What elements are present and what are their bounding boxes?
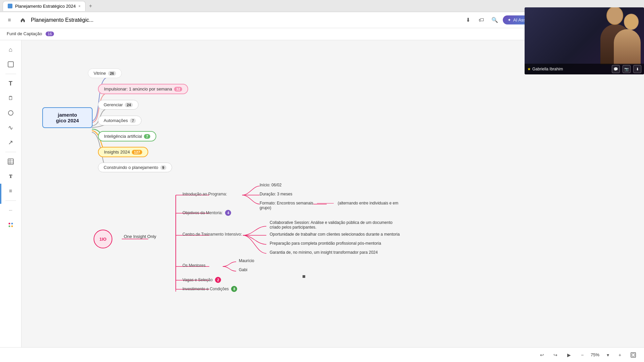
breadcrumb-text: Planejamento Estratégic...	[31, 17, 94, 23]
svg-rect-19	[631, 353, 636, 357]
central-node-text: jamentogico 2024	[56, 112, 79, 123]
detail-oportunidade: Oportunidade de trabalhar com clientes s…	[270, 232, 400, 237]
node-ia[interactable]: Inteligência artificial 7	[98, 131, 156, 141]
node-vitrine[interactable]: Vitrine 26	[88, 68, 122, 78]
left-sidebar: ⌂ T 🗒 ∿ ↗ 𝐓 ≡ ···	[0, 40, 21, 347]
introducao-label: Introdução ao Programa:	[182, 192, 227, 196]
tab-close-btn[interactable]: ×	[78, 4, 80, 8]
collaborative-text: Collaborative Session: Análise e validaç…	[270, 220, 392, 230]
svg-point-8	[8, 226, 10, 227]
sidebar-icon-text[interactable]: T	[4, 77, 17, 90]
svg-rect-20	[632, 354, 635, 356]
person2-silhouette	[614, 29, 641, 64]
node-impulsionar-label: Impulsionar: 1 anúncio por semana	[104, 86, 172, 92]
zoom-in-btn[interactable]: +	[614, 350, 625, 360]
sidebar-divider-1	[5, 74, 16, 74]
detail-collaborative: Collaborative Session: Análise e validaç…	[270, 220, 404, 230]
sidebar-icon-arrow[interactable]: ↗	[4, 136, 17, 149]
node-1io[interactable]: 1IO	[94, 230, 112, 248]
person2-head	[624, 14, 639, 30]
node-insights[interactable]: Insights 2024 127	[98, 147, 148, 157]
svg-rect-0	[8, 62, 13, 67]
branch-vagas[interactable]: Vagas e Seleção 2	[182, 277, 221, 283]
undo-btn[interactable]: ↩	[537, 350, 547, 360]
preparacao-text: Preparação para completa prontidão profi…	[270, 241, 381, 246]
sidebar-icon-home[interactable]: ⌂	[4, 43, 17, 56]
node-automacoes-label: Automações	[104, 118, 128, 123]
branch-investimento[interactable]: Investimento e Condições 8	[182, 286, 237, 292]
detail-inicio: Início: 06/02	[260, 183, 281, 187]
node-vitrine-label: Vitrine	[94, 71, 106, 76]
branch-objetivos[interactable]: Objetivos da Mentoria: 4	[182, 210, 231, 216]
sidebar-icon-text2[interactable]: 𝐓	[4, 170, 17, 183]
video-chat-btn[interactable]: 💬	[612, 65, 620, 73]
vagas-label: Vagas e Seleção	[182, 278, 213, 282]
node-construindo-label: Construindo o planejamento	[104, 165, 158, 170]
node-gerenciar[interactable]: Gerenciar 24	[98, 100, 139, 110]
video-controls: 💬 📷 ⬇	[612, 65, 641, 73]
new-tab-btn[interactable]: +	[87, 3, 94, 9]
node-1io-label: 1IO	[100, 237, 107, 242]
sidebar-icon-pen[interactable]: ∿	[4, 121, 17, 134]
node-insights-badge: 127	[132, 150, 142, 155]
menu-btn[interactable]: ≡	[4, 15, 15, 25]
speaker-name: ★ Gabriella Ibrahim	[527, 67, 563, 71]
inicio-text: Início: 06/02	[260, 183, 281, 187]
investimento-label: Investimento e Condições	[182, 287, 229, 291]
sidebar-icon-sticky[interactable]: 🗒	[4, 92, 17, 105]
sidebar-icon-apps[interactable]	[4, 218, 17, 232]
node-construindo-badge: 9	[160, 165, 166, 170]
cursor-tool-btn[interactable]: ▶	[564, 350, 574, 360]
sidebar-icon-more[interactable]: ···	[4, 203, 17, 217]
tab-bar: Planejamento Estratégico 2024 × +	[3, 1, 94, 11]
video-name-bar: ★ Gabriella Ibrahim 💬 📷 ⬇	[525, 64, 644, 74]
branch-introducao[interactable]: Introdução ao Programa:	[182, 192, 227, 196]
svg-point-9	[11, 226, 13, 227]
zoom-control: − 75% ▾ +	[577, 350, 625, 360]
fit-view-btn[interactable]	[628, 350, 639, 360]
investimento-badge: 8	[231, 286, 237, 292]
home-btn[interactable]	[17, 15, 28, 25]
left-accent	[0, 184, 1, 204]
speaker-name-text: Gabriella Ibrahim	[532, 67, 563, 71]
ai-icon: ✦	[507, 17, 511, 22]
second-bar-tab[interactable]: Funil de Captação 16	[3, 30, 58, 38]
zoom-dropdown-btn[interactable]: ▾	[602, 350, 613, 360]
sidebar-icon-table[interactable]	[4, 155, 17, 168]
zoom-out-btn[interactable]: −	[577, 350, 588, 360]
svg-rect-2	[8, 159, 13, 164]
video-download-btn[interactable]: ⬇	[633, 65, 641, 73]
node-construindo[interactable]: Construindo o planejamento 9	[98, 163, 172, 172]
node-automacoes[interactable]: Automações 7	[98, 116, 142, 125]
node-ia-badge: 7	[144, 134, 150, 139]
sidebar-icon-frame[interactable]	[4, 58, 17, 71]
node-impulsionar[interactable]: Impulsionar: 1 anúncio por semana 32	[98, 84, 188, 94]
branch-mentores[interactable]: Os Mentores	[182, 263, 206, 268]
node-automacoes-badge: 7	[130, 118, 136, 123]
person1-head	[606, 7, 623, 25]
garantia-text: Garantia de, no mínimo, um insight trans…	[270, 250, 378, 255]
canvas[interactable]: jamentogico 2024 Vitrine 26 Impulsionar:…	[21, 40, 644, 347]
tab-title: Planejamento Estratégico 2024	[15, 4, 76, 9]
formato-text: Formato: Encontros semanais	[260, 201, 313, 205]
funil-tab-label: Funil de Captação	[7, 31, 42, 36]
sidebar-icon-shape[interactable]	[4, 106, 17, 120]
branch-centro[interactable]: Centro de Treinamento Intensivo:	[182, 232, 242, 237]
video-overlay: ★ Gabriella Ibrahim 💬 📷 ⬇	[525, 7, 644, 74]
active-tab[interactable]: Planejamento Estratégico 2024 ×	[3, 1, 86, 11]
tag-btn[interactable]: 🏷	[476, 15, 487, 25]
vagas-badge: 2	[215, 277, 221, 283]
detail-duracao: Duração: 3 meses	[260, 192, 292, 196]
formato-line	[317, 203, 334, 203]
sidebar-icon-list[interactable]: ≡	[4, 184, 17, 198]
central-node[interactable]: jamentogico 2024	[42, 107, 93, 128]
download-btn[interactable]: ⬇	[463, 15, 473, 25]
sidebar-divider-3	[5, 200, 16, 201]
zoom-value: 75%	[589, 352, 601, 357]
one-insight-text: One Insight Only	[124, 234, 156, 239]
search-btn[interactable]: 🔍	[489, 15, 500, 25]
redo-btn[interactable]: ↪	[550, 350, 561, 360]
node-gerenciar-label: Gerenciar	[104, 102, 123, 107]
video-cam-btn[interactable]: 📷	[623, 65, 631, 73]
centro-label: Centro de Treinamento Intensivo:	[182, 232, 242, 237]
